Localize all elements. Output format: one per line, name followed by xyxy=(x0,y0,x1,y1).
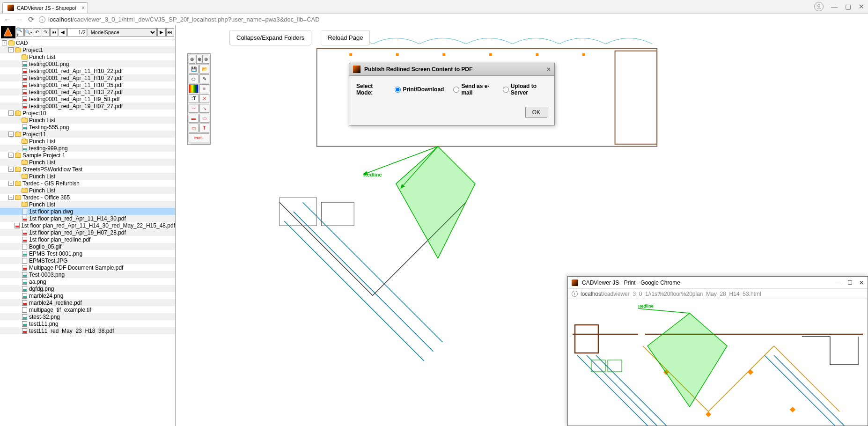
tree-toggle-icon[interactable]: - xyxy=(8,153,14,158)
tree-row[interactable]: testing0001.png xyxy=(0,60,175,67)
tab-close-icon[interactable]: × xyxy=(81,5,85,11)
tree-row[interactable]: Testing-555.png xyxy=(0,124,175,131)
minimize-icon[interactable]: — xyxy=(831,3,838,10)
zoom-window-icon[interactable]: ⊕ xyxy=(196,55,203,64)
pencil-icon[interactable]: ✎ xyxy=(199,74,209,83)
tree-row[interactable]: marble24.png xyxy=(0,292,175,299)
tree-row[interactable]: marble24_redline.pdf xyxy=(0,299,175,306)
reload-icon[interactable]: ⟳ xyxy=(28,15,34,24)
tree-row[interactable]: testing0001_red_Apr_11_H9_58.pdf xyxy=(0,95,175,103)
tree-row[interactable]: multipage_tif_example.tif xyxy=(0,306,175,313)
dialog-close-icon[interactable]: × xyxy=(547,66,551,73)
url-field[interactable]: i localhost/cadviewer_3_0_1/html_dev/CVJ… xyxy=(39,16,864,23)
tree-row[interactable]: 1st floor plan_red_Apr_11_H14_30.pdf xyxy=(0,215,175,222)
tree-toggle-icon[interactable]: - xyxy=(8,195,14,200)
cloud-icon[interactable]: ▭ xyxy=(189,124,199,132)
tree-row[interactable]: Multipage PDF Document Sample.pdf xyxy=(0,264,175,271)
list-icon[interactable]: ≡ xyxy=(199,84,209,93)
radio-upload[interactable]: Upload to Server xyxy=(503,83,547,96)
tree-row[interactable]: -Project1 xyxy=(0,46,175,53)
maximize-icon[interactable]: ▢ xyxy=(845,3,851,10)
tree-row[interactable]: Punch List xyxy=(0,138,175,145)
tree-row[interactable]: -Tardec - Office 365 xyxy=(0,194,175,201)
zoom-icon[interactable]: ⊕ xyxy=(203,55,209,64)
color-icon[interactable] xyxy=(189,84,199,93)
popup-titlebar[interactable]: CADViewer JS - Print - Google Chrome — ☐… xyxy=(568,277,868,289)
popup-address-bar[interactable]: i localhost/cadviewer_3_0_1//1st%20floor… xyxy=(568,289,868,299)
tree-row[interactable]: Punch List xyxy=(0,201,175,208)
tree-row[interactable]: test111.png xyxy=(0,320,175,327)
text-icon[interactable]: :T xyxy=(189,94,199,103)
redo-icon[interactable]: ↷ xyxy=(42,28,50,37)
tree-toggle-icon[interactable]: - xyxy=(8,110,14,116)
close-window-icon[interactable]: ✕ xyxy=(859,3,864,10)
dialog-titlebar[interactable]: Publish Redlined Screen Content to PDF × xyxy=(349,63,554,76)
last-page-icon[interactable]: ⏭ xyxy=(166,28,174,37)
tree-row[interactable]: Punch List xyxy=(0,117,175,124)
tree-row[interactable]: dgfdg.png xyxy=(0,285,175,292)
popup-minimize-icon[interactable]: — xyxy=(835,279,841,286)
tree-row[interactable]: testing0001_red_Apr_11_H10_27.pdf xyxy=(0,74,175,81)
app-logo[interactable] xyxy=(1,26,15,38)
tree-row[interactable]: -Project11 xyxy=(0,131,175,138)
rect-fill-icon[interactable]: ▬ xyxy=(189,114,199,123)
polyline-icon[interactable]: 〰 xyxy=(189,104,199,113)
file-tree[interactable]: -CAD-Project1Punch Listtesting0001.pngte… xyxy=(0,39,175,426)
pdf-export-icon[interactable]: PDF↓ xyxy=(189,133,209,142)
ok-button[interactable]: OK xyxy=(525,107,547,118)
tree-row[interactable]: EPMS-Test-0001.png xyxy=(0,250,175,257)
tree-row[interactable]: Punch List xyxy=(0,173,175,180)
tree-row[interactable]: -StreetsPSWorkflow Test xyxy=(0,166,175,173)
tree-row[interactable]: stest-32.png xyxy=(0,313,175,320)
text2-icon[interactable]: T xyxy=(199,124,209,132)
tree-row[interactable]: Test-0003.png xyxy=(0,271,175,278)
tree-row[interactable]: testing0001_red_Apr_11_H10_22.pdf xyxy=(0,67,175,74)
tree-row[interactable]: 1st floor plan_red_Apr_19_H07_28.pdf xyxy=(0,229,175,236)
erase-icon[interactable]: ⬭ xyxy=(189,74,199,83)
tree-row[interactable]: Punch List xyxy=(0,187,175,194)
zoom-extents-icon[interactable]: ⊕ xyxy=(189,55,195,64)
undo-icon[interactable]: ↶ xyxy=(33,28,41,37)
tree-row[interactable]: testing-999.png xyxy=(0,145,175,152)
back-icon[interactable]: ← xyxy=(4,15,11,24)
tree-row[interactable]: -Project10 xyxy=(0,110,175,117)
radio-email[interactable]: Send as e-mail xyxy=(453,83,493,96)
popup-maximize-icon[interactable]: ☐ xyxy=(847,279,853,286)
tree-toggle-icon[interactable]: - xyxy=(8,132,14,137)
user-avatar-icon[interactable] xyxy=(814,2,824,11)
zoom-in-icon[interactable]: 🔍+ xyxy=(16,28,24,37)
tree-row[interactable]: -Sample Project 1 xyxy=(0,152,175,159)
tree-row[interactable]: Punch List xyxy=(0,159,175,166)
tree-row[interactable]: -Tardec - GIS Refurbish xyxy=(0,180,175,187)
info-icon[interactable]: i xyxy=(39,16,45,23)
tree-row[interactable]: test111_red_May_23_H18_38.pdf xyxy=(0,327,175,334)
tree-toggle-icon[interactable]: - xyxy=(2,40,7,45)
tree-row[interactable]: aa.png xyxy=(0,278,175,285)
zoom-out-icon[interactable]: 🔍- xyxy=(24,28,32,37)
tree-row[interactable]: 1st floor plan_redline.pdf xyxy=(0,236,175,243)
reload-button[interactable]: Reload Page xyxy=(321,30,370,45)
tree-row[interactable]: Boglio_05.gif xyxy=(0,243,175,250)
tree-toggle-icon[interactable]: - xyxy=(8,181,14,186)
prev-page-icon[interactable]: ◀ xyxy=(59,28,66,37)
tree-row[interactable]: 1st floor plan_red_Apr_11_H14_30_red_May… xyxy=(0,222,175,229)
tree-toggle-icon[interactable]: - xyxy=(8,167,14,172)
tree-row[interactable]: testing0001_red_Apr_19_H07_27.pdf xyxy=(0,103,175,110)
tree-row[interactable]: testing0001_red_Apr_11_H10_35.pdf xyxy=(0,81,175,88)
browser-tab[interactable]: CADViewer JS - Sharepoi × xyxy=(2,2,88,13)
forward-icon[interactable]: → xyxy=(16,15,23,24)
model-select[interactable]: ModelSpace xyxy=(88,28,157,37)
next-page-icon[interactable]: ▶ xyxy=(157,28,165,37)
rect-icon[interactable]: ▭ xyxy=(199,114,209,123)
tree-row[interactable]: testing0001_red_Apr_11_H13_27.pdf xyxy=(0,88,175,95)
tree-row[interactable]: -CAD xyxy=(0,39,175,46)
tree-row[interactable]: 1st floor plan.dwg xyxy=(0,208,175,215)
tree-row[interactable]: Punch List xyxy=(0,53,175,60)
popup-close-icon[interactable]: ✕ xyxy=(859,279,864,286)
arrow-icon[interactable]: ↘ xyxy=(199,104,209,113)
tree-toggle-icon[interactable]: - xyxy=(8,47,14,52)
radio-print[interactable]: Print/Download xyxy=(395,86,444,93)
tree-row[interactable]: EPMSTest.JPG xyxy=(0,257,175,264)
first-page-icon[interactable]: ⏮ xyxy=(50,28,58,37)
delete-icon[interactable]: ✕ xyxy=(199,94,209,103)
